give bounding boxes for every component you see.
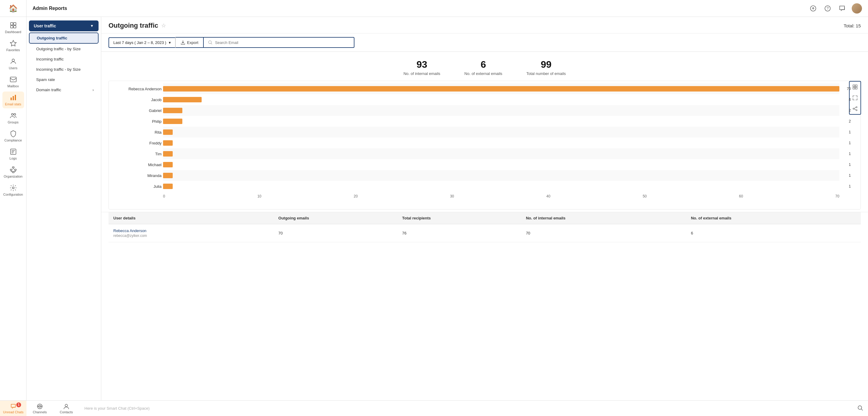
stats-row: 93 No. of internal emails 6 No. of exter… — [101, 52, 868, 81]
chart-bar-track: 1 — [163, 130, 839, 135]
stat-total-emails: 99 Total number of emails — [527, 59, 566, 76]
internal-emails-label: No. of internal emails — [404, 71, 440, 76]
sidebar-item-logs[interactable]: Logs — [2, 146, 24, 163]
bottom-tab-unread-chats[interactable]: 1 Unread Chats — [0, 401, 27, 416]
nav-parent-label: User traffic — [34, 24, 56, 28]
chart-bar-track: 2 — [163, 108, 839, 113]
sidebar-item-compliance[interactable]: Compliance — [2, 128, 24, 144]
nav-item-spam-rate[interactable]: Spam rate — [29, 75, 98, 84]
chart-bar-label: Philip — [110, 119, 161, 124]
chart-grid-view-btn[interactable] — [851, 83, 859, 91]
channels-label: Channels — [33, 410, 47, 414]
sidebar-item-compliance-label: Compliance — [4, 138, 22, 142]
svg-point-29 — [65, 404, 67, 407]
unread-badge: 1 — [16, 403, 21, 407]
svg-rect-8 — [10, 77, 16, 82]
chart-bar-track: 70 — [163, 86, 839, 92]
svg-point-25 — [856, 107, 857, 108]
sidebar-item-configuration[interactable]: Configuration — [2, 182, 24, 199]
sidebar-item-mailbox[interactable]: Mailbox — [2, 73, 24, 90]
chart-bar-value: 1 — [849, 163, 851, 167]
page-total: Total: 15 — [844, 23, 861, 28]
search-email-input[interactable] — [215, 40, 350, 45]
chart-bar-label: Rita — [110, 130, 161, 135]
svg-rect-9 — [10, 98, 12, 100]
sidebar-item-dashboard[interactable]: Dashboard — [2, 19, 24, 36]
svg-rect-17 — [14, 169, 16, 170]
chart-bar-label: Freddy — [110, 141, 161, 145]
nav-item-domain-traffic[interactable]: Domain traffic › — [29, 85, 98, 95]
chart-bars-container: Rebecca Anderson70Jacob4Gabriel2Philip2R… — [163, 83, 839, 192]
smart-chat-input[interactable]: Here is your Smart Chat (Ctrl+Space) — [80, 406, 857, 411]
chart-bar-track: 1 — [163, 184, 839, 189]
chart-bar-value: 2 — [849, 119, 851, 124]
sidebar-item-users[interactable]: Users — [2, 56, 24, 72]
chart-row: Freddy1 — [163, 138, 839, 148]
sidebar-item-favorites[interactable]: Favorites — [2, 37, 24, 54]
outgoing-count-cell: 70 — [278, 231, 402, 235]
col-total-recipients: Total recipients — [402, 216, 526, 220]
chart-expand-btn[interactable] — [851, 94, 859, 102]
sidebar-item-organization[interactable]: Organization — [2, 164, 24, 181]
recipients-count-cell: 76 — [402, 231, 526, 235]
chart-bar-fill — [163, 151, 173, 157]
svg-rect-15 — [12, 167, 14, 168]
svg-point-30 — [858, 406, 862, 409]
sidebar-item-email-stats[interactable]: Email stats — [2, 92, 24, 108]
svg-rect-10 — [13, 96, 14, 100]
search-area[interactable] — [204, 37, 354, 48]
user-name: Rebecca Anderson — [113, 229, 278, 233]
sidebar-item-email-stats-label: Email stats — [5, 102, 22, 106]
nav-item-incoming-traffic[interactable]: Incoming traffic — [29, 54, 98, 64]
chart-row: Rita1 — [163, 127, 839, 138]
svg-point-26 — [853, 108, 854, 109]
help-icon-btn[interactable]: ? — [823, 4, 832, 13]
chart-bar-fill — [163, 130, 173, 135]
nav-item-outgoing-traffic[interactable]: Outgoing traffic — [29, 33, 98, 44]
chart-bar-track: 1 — [163, 162, 839, 167]
chart-bar-track: 4 — [163, 97, 839, 102]
chart-bar-track: 1 — [163, 151, 839, 157]
bottom-search-icon[interactable] — [857, 405, 863, 412]
total-emails-label: Total number of emails — [527, 71, 566, 76]
chart-bar-label: Gabriel — [110, 108, 161, 113]
date-filter-label: Last 7 days ( Jan 2 – 8, 2023 ) — [113, 40, 166, 45]
chart-row: Philip2 — [163, 116, 839, 127]
date-filter-button[interactable]: Last 7 days ( Jan 2 – 8, 2023 ) ▾ — [108, 37, 175, 48]
svg-rect-6 — [13, 26, 16, 28]
contacts-label: Contacts — [60, 410, 73, 414]
chart-share-btn[interactable] — [851, 104, 859, 113]
chart-row: Tim1 — [163, 148, 839, 159]
svg-rect-3 — [10, 23, 13, 25]
page-title: Outgoing traffic — [108, 22, 158, 30]
nav-item-incoming-by-size[interactable]: Incoming traffic - by Size — [29, 64, 98, 74]
chart-bar-label: Tim — [110, 152, 161, 156]
upload-icon-btn[interactable] — [808, 4, 818, 13]
table-row[interactable]: Rebecca Anderson rebecca@zylker.com 70 7… — [108, 224, 861, 242]
chart-bar-value: 1 — [849, 184, 851, 188]
favorite-star-icon[interactable]: ☆ — [161, 22, 166, 29]
export-button[interactable]: Export — [176, 37, 204, 48]
chart-bar-track: 1 — [163, 173, 839, 178]
nav-parent-user-traffic[interactable]: User traffic ▼ — [29, 21, 98, 31]
unread-chats-label: Unread Chats — [3, 410, 24, 414]
chart-row: Rebecca Anderson70 — [163, 83, 839, 94]
svg-rect-16 — [10, 169, 12, 170]
bottom-tab-contacts[interactable]: Contacts — [53, 401, 80, 416]
bottom-tab-channels[interactable]: Channels — [27, 401, 53, 416]
nav-section-user-traffic: User traffic ▼ Outgoing traffic Outgoing… — [29, 21, 98, 95]
user-details-cell: Rebecca Anderson rebecca@zylker.com — [113, 229, 278, 238]
chart-bar-value: 1 — [849, 130, 851, 134]
chat-icon-btn[interactable] — [837, 4, 847, 13]
sidebar-item-groups[interactable]: Groups — [2, 110, 24, 127]
user-avatar[interactable] — [852, 3, 862, 13]
page-header: Outgoing traffic ☆ Total: 15 — [101, 17, 868, 33]
internal-emails-count: 93 — [404, 59, 440, 70]
chevron-down-icon: ▼ — [90, 24, 94, 28]
chart-bar-fill — [163, 184, 173, 189]
chart-row: Miranda1 — [163, 170, 839, 181]
nav-item-outgoing-by-size[interactable]: Outgoing traffic - by Size — [29, 44, 98, 54]
col-user-details: User details — [113, 216, 278, 220]
chart-bar-label: Miranda — [110, 173, 161, 178]
icon-sidebar: Dashboard Favorites Users Mailbox — [0, 17, 27, 400]
